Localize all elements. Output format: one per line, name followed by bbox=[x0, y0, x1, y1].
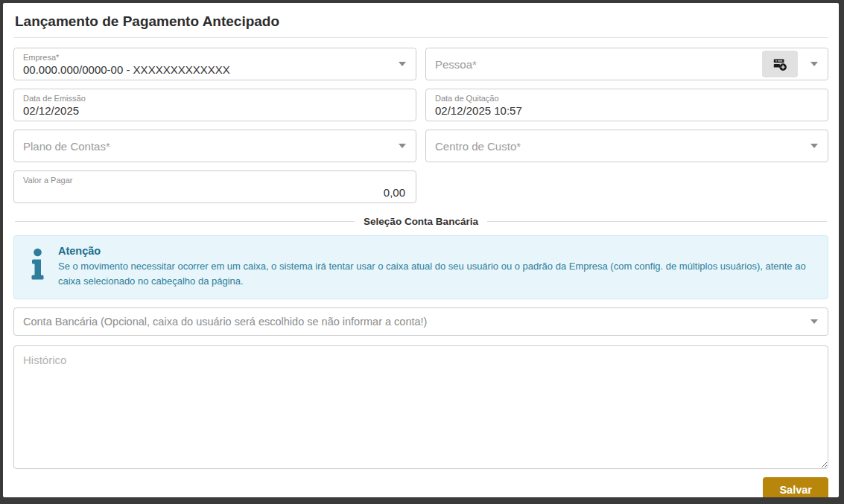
section-divider-conta-bancaria: Seleção Conta Bancária bbox=[15, 216, 827, 227]
form-row-4: Valor a Pagar 0,00 bbox=[13, 170, 828, 203]
pessoa-select[interactable]: Pessoa* bbox=[425, 48, 828, 80]
form-row-3: Plano de Contas* Centro de Custo* bbox=[13, 130, 828, 162]
centro-custo-select[interactable]: Centro de Custo* bbox=[425, 130, 828, 162]
data-emissao-label: Data de Emissão bbox=[23, 93, 390, 103]
window-frame: Lançamento de Pagamento Antecipado Empre… bbox=[0, 0, 844, 504]
save-button[interactable]: Salvar bbox=[763, 477, 828, 497]
valor-pagar-value: 0,00 bbox=[23, 185, 407, 200]
chevron-down-icon bbox=[810, 319, 818, 324]
info-icon bbox=[26, 245, 45, 284]
centro-custo-placeholder: Centro de Custo* bbox=[435, 140, 521, 153]
form-row-1: Empresa* 00.000.000/0000-00 - XXXXXXXXXX… bbox=[13, 48, 828, 80]
plano-contas-select[interactable]: Plano de Contas* bbox=[13, 130, 416, 162]
data-quitacao-field[interactable]: Data de Quitação 02/12/2025 10:57 bbox=[425, 89, 828, 121]
empresa-select[interactable]: Empresa* 00.000.000/0000-00 - XXXXXXXXXX… bbox=[13, 48, 416, 80]
section-divider-label: Seleção Conta Bancária bbox=[355, 216, 487, 227]
info-title: Atenção bbox=[58, 245, 816, 257]
valor-pagar-label: Valor a Pagar bbox=[23, 175, 407, 185]
playlist-add-icon bbox=[772, 56, 788, 72]
chevron-down-icon bbox=[399, 62, 406, 66]
data-emissao-value: 02/12/2025 bbox=[23, 103, 390, 118]
plano-contas-placeholder: Plano de Contas* bbox=[23, 140, 110, 153]
conta-bancaria-placeholder: Conta Bancária (Opcional, caixa do usuár… bbox=[23, 316, 427, 328]
info-text: Se o movimento necessitar ocorrer em um … bbox=[58, 259, 816, 288]
page-title: Lançamento de Pagamento Antecipado bbox=[13, 12, 828, 38]
form-row-2: Data de Emissão 02/12/2025 Data de Quita… bbox=[13, 89, 828, 121]
form-page: Lançamento de Pagamento Antecipado Empre… bbox=[3, 3, 839, 497]
conta-bancaria-select[interactable]: Conta Bancária (Opcional, caixa do usuár… bbox=[13, 307, 828, 336]
chevron-down-icon bbox=[399, 144, 406, 148]
divider-line bbox=[15, 221, 355, 222]
chevron-down-icon bbox=[810, 62, 818, 66]
data-quitacao-label: Data de Quitação bbox=[435, 93, 802, 103]
valor-pagar-field[interactable]: Valor a Pagar 0,00 bbox=[13, 170, 416, 203]
chevron-down-icon bbox=[810, 144, 818, 148]
data-emissao-field[interactable]: Data de Emissão 02/12/2025 bbox=[13, 89, 416, 121]
empresa-value: 00.000.000/0000-00 - XXXXXXXXXXXXX bbox=[23, 63, 390, 77]
info-alert: Atenção Se o movimento necessitar ocorre… bbox=[13, 235, 828, 299]
info-content: Atenção Se o movimento necessitar ocorre… bbox=[58, 245, 816, 288]
data-quitacao-value: 02/12/2025 10:57 bbox=[435, 103, 802, 118]
historico-textarea[interactable] bbox=[13, 345, 828, 469]
form-footer: Salvar bbox=[13, 477, 828, 497]
empresa-label: Empresa* bbox=[23, 52, 390, 63]
add-person-button[interactable] bbox=[762, 51, 798, 77]
divider-line bbox=[487, 221, 827, 222]
pessoa-placeholder: Pessoa* bbox=[435, 58, 477, 71]
